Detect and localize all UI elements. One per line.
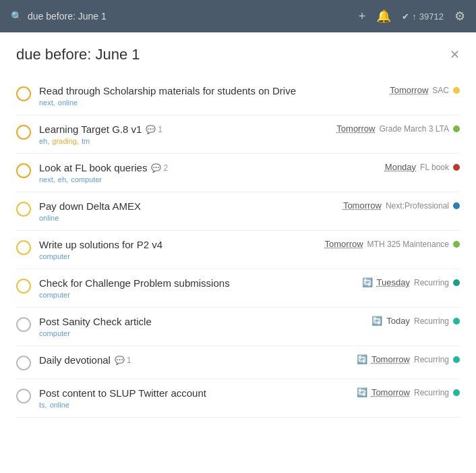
task-due-date[interactable]: Tuesday	[377, 277, 410, 287]
task-due-date[interactable]: Tomorrow	[336, 123, 375, 134]
task-body: Read through Scholarship materials for s…	[39, 85, 374, 107]
task-item: Check for Challenge Problem submissionsc…	[16, 269, 460, 308]
task-name: Learning Target G.8 v1	[39, 123, 142, 135]
task-checkbox[interactable]	[16, 389, 31, 404]
task-meta: TomorrowMTH 325 Maintenance	[317, 239, 460, 249]
header-search[interactable]: 🔍 due before: June 1	[11, 11, 351, 22]
task-title-row: Post content to SLUP Twitter account	[39, 387, 340, 399]
task-body: Daily devotional💬 1	[39, 354, 340, 366]
task-tag[interactable]: eh,	[58, 175, 68, 184]
task-tag[interactable]: computer	[39, 329, 70, 337]
task-name: Read through Scholarship materials for s…	[39, 85, 296, 96]
task-tag[interactable]: tm	[82, 137, 90, 145]
task-meta: 🔄TomorrowRecurring	[349, 387, 460, 397]
task-checkbox[interactable]	[16, 202, 31, 217]
task-checkbox[interactable]	[16, 125, 31, 140]
task-project: Recurring	[414, 355, 449, 364]
task-checkbox[interactable]	[16, 279, 31, 294]
task-color-dot	[453, 389, 460, 396]
task-tag[interactable]: next,	[39, 99, 55, 107]
task-body: Look at FL book queries💬 2next,eh,comput…	[39, 162, 369, 184]
task-comment-count[interactable]: 💬 2	[151, 163, 168, 173]
task-body: Write up solutions for P2 v4computer	[39, 239, 309, 260]
task-name: Post Sanity Check article	[39, 316, 152, 327]
task-tag[interactable]: online	[50, 401, 69, 409]
task-comment-count[interactable]: 💬 1	[115, 356, 131, 365]
task-tags: online	[39, 214, 327, 222]
page-title: due before: June 1	[16, 46, 140, 63]
task-title-row: Learning Target G.8 v1💬 1	[39, 123, 320, 135]
task-title-row: Read through Scholarship materials for s…	[39, 85, 374, 96]
task-item: Post Sanity Check articlecomputer🔄TodayR…	[16, 308, 460, 346]
task-due-date[interactable]: Tomorrow	[371, 354, 410, 364]
task-project: FL book	[420, 163, 449, 172]
task-meta: 🔄TomorrowRecurring	[349, 354, 460, 364]
task-meta: 🔄TodayRecurring	[363, 316, 460, 326]
task-due-date[interactable]: Monday	[385, 162, 416, 172]
task-item: Look at FL book queries💬 2next,eh,comput…	[16, 154, 460, 192]
task-meta: 🔄TuesdayRecurring	[354, 277, 460, 287]
task-tag[interactable]: grading,	[52, 137, 79, 145]
task-body: Check for Challenge Problem submissionsc…	[39, 277, 346, 299]
page-header: due before: June 1 ✕	[16, 46, 460, 63]
task-due-date[interactable]: Tomorrow	[325, 239, 363, 249]
task-tag[interactable]: ts,	[39, 401, 47, 409]
task-color-dot	[453, 279, 460, 286]
task-title-row: Post Sanity Check article	[39, 316, 355, 327]
task-checkbox[interactable]	[16, 163, 31, 178]
task-tag[interactable]: next,	[39, 175, 55, 184]
task-item: Read through Scholarship materials for s…	[16, 77, 460, 115]
task-checkbox[interactable]	[16, 86, 31, 101]
header-actions: + 🔔 ✔ ↑ 39712 ⚙	[359, 9, 465, 24]
task-due-date[interactable]: Today	[386, 316, 410, 326]
add-button[interactable]: +	[359, 9, 366, 24]
task-meta: TomorrowNext:Professional	[335, 200, 460, 211]
task-tag[interactable]: eh,	[39, 137, 49, 145]
task-name: Check for Challenge Problem submissions	[39, 277, 230, 289]
task-checkbox[interactable]	[16, 317, 31, 332]
task-due-date[interactable]: Tomorrow	[371, 387, 410, 397]
task-title-row: Write up solutions for P2 v4	[39, 239, 309, 250]
task-body: Pay down Delta AMEXonline	[39, 200, 327, 222]
task-list: Read through Scholarship materials for s…	[16, 77, 460, 418]
task-tags: next,online	[39, 99, 374, 107]
task-color-dot	[453, 126, 460, 132]
close-button[interactable]: ✕	[450, 47, 460, 62]
task-tags: next,eh,computer	[39, 175, 369, 184]
task-tag[interactable]: computer	[39, 252, 70, 260]
task-title-row: Daily devotional💬 1	[39, 354, 340, 366]
task-tag[interactable]: online	[58, 99, 78, 107]
task-comment-count[interactable]: 💬 1	[146, 125, 162, 134]
task-tags: ts,online	[39, 401, 340, 409]
task-name: Post content to SLUP Twitter account	[39, 387, 206, 399]
task-color-dot	[453, 356, 460, 363]
task-body: Learning Target G.8 v1💬 1eh,grading,tm	[39, 123, 320, 145]
task-checkbox[interactable]	[16, 240, 31, 255]
recurring-icon: 🔄	[357, 354, 367, 364]
recurring-icon: 🔄	[357, 387, 367, 397]
task-project: SAC	[432, 86, 449, 95]
task-color-dot	[453, 241, 460, 248]
task-color-dot	[453, 318, 460, 325]
task-project: Recurring	[414, 278, 449, 287]
settings-icon[interactable]: ⚙	[454, 9, 465, 24]
task-item: Write up solutions for P2 v4computerTomo…	[16, 231, 460, 269]
comment-icon: 💬	[151, 163, 161, 173]
search-query: due before: June 1	[28, 11, 107, 22]
task-tags: computer	[39, 291, 346, 299]
task-title-row: Check for Challenge Problem submissions	[39, 277, 346, 289]
task-project: Recurring	[414, 316, 449, 326]
score-arrow: ↑	[412, 11, 417, 22]
task-due-date[interactable]: Tomorrow	[343, 200, 382, 211]
task-tag[interactable]: computer	[71, 175, 102, 184]
task-checkbox[interactable]	[16, 356, 31, 370]
task-tag[interactable]: online	[39, 214, 59, 222]
task-tag[interactable]: computer	[39, 291, 70, 299]
task-item: Pay down Delta AMEXonlineTomorrowNext:Pr…	[16, 192, 460, 231]
task-due-date[interactable]: Tomorrow	[390, 85, 428, 95]
task-color-dot	[453, 164, 460, 171]
task-body: Post content to SLUP Twitter accountts,o…	[39, 387, 340, 409]
task-name: Look at FL book queries	[39, 162, 147, 173]
task-name: Pay down Delta AMEX	[39, 200, 141, 212]
task-item: Post content to SLUP Twitter accountts,o…	[16, 379, 460, 418]
